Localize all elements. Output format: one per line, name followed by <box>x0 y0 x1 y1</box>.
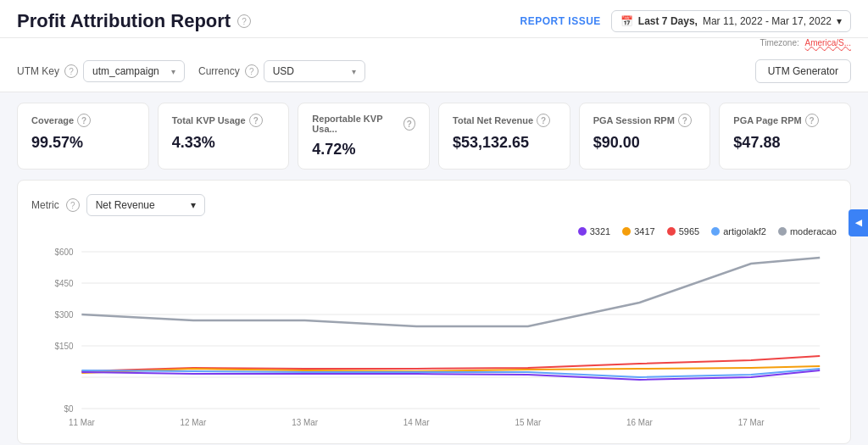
svg-text:$600: $600 <box>54 248 73 257</box>
metric-card: PGA Page RPM ? $47.88 <box>719 103 851 170</box>
legend-item: 5965 <box>667 226 699 236</box>
utm-key-select[interactable]: utm_campaign ▾ <box>83 60 185 82</box>
currency-label: Currency <box>198 65 240 77</box>
chart-section: Metric ? Net Revenue ▾ 3321 3417 5965 ar… <box>17 180 851 444</box>
svg-text:$150: $150 <box>54 342 73 351</box>
metric-card: PGA Session RPM ? $90.00 <box>579 103 711 170</box>
timezone-row: Timezone: America/S... <box>0 38 868 51</box>
svg-text:$300: $300 <box>54 310 73 320</box>
metric-label: Metric <box>31 199 59 211</box>
date-range-button[interactable]: 📅 Last 7 Days, Mar 11, 2022 - Mar 17, 20… <box>611 10 851 32</box>
metric-card-header: Total KVP Usage ? <box>172 114 275 127</box>
legend-item: artigolakf2 <box>711 226 766 236</box>
metric-value: Net Revenue <box>96 199 155 211</box>
right-tab-button[interactable]: ◀ <box>849 209 868 236</box>
calendar-icon: 📅 <box>620 15 633 27</box>
metric-card-value: $53,132.65 <box>453 134 556 152</box>
metric-help-icon[interactable]: ? <box>66 198 80 212</box>
metric-card-header: PGA Session RPM ? <box>593 114 697 127</box>
metric-card-help-icon[interactable]: ? <box>77 114 91 127</box>
metric-card: Total Net Revenue ? $53,132.65 <box>438 103 570 170</box>
metric-card: Coverage ? 99.57% <box>17 103 149 170</box>
metric-card-label: Coverage <box>31 115 74 125</box>
metric-card-value: 99.57% <box>31 134 135 152</box>
legend-label: 5965 <box>679 226 699 236</box>
metric-card-label: PGA Page RPM <box>733 115 801 125</box>
toolbar-left: UTM Key ? utm_campaign ▾ Currency ? USD … <box>17 60 365 82</box>
date-range-text: Mar 11, 2022 - Mar 17, 2022 <box>703 15 832 27</box>
chart-svg: $600 $450 $300 $150 $0 11 Mar 12 Mar 13 … <box>31 243 837 430</box>
utm-key-value: utm_campaign <box>92 65 159 77</box>
legend-item: 3417 <box>622 226 654 236</box>
svg-text:$0: $0 <box>64 404 73 414</box>
toolbar: UTM Key ? utm_campaign ▾ Currency ? USD … <box>0 51 868 92</box>
utm-key-group: UTM Key ? utm_campaign ▾ <box>17 60 185 82</box>
legend-dot <box>778 227 787 236</box>
svg-text:14 Mar: 14 Mar <box>403 418 430 427</box>
legend-item: 3321 <box>578 226 610 236</box>
legend-dot <box>578 227 587 236</box>
report-issue-button[interactable]: REPORT ISSUE <box>520 15 601 27</box>
metric-card-value: $90.00 <box>593 134 697 152</box>
svg-text:$450: $450 <box>54 279 73 288</box>
date-preset: Last 7 Days, <box>638 15 698 27</box>
legend-label: moderacao <box>790 226 837 236</box>
utm-key-help-icon[interactable]: ? <box>64 64 78 78</box>
metric-card: Total KVP Usage ? 4.33% <box>158 103 290 170</box>
metric-card-help-icon[interactable]: ? <box>249 114 263 127</box>
legend-label: 3321 <box>590 226 610 236</box>
metric-card-header: Coverage ? <box>31 114 135 127</box>
metric-card-header: Reportable KVP Usa... ? <box>312 114 415 134</box>
metric-card-help-icon[interactable]: ? <box>678 114 692 127</box>
currency-group: Currency ? USD ▾ <box>198 60 365 82</box>
metric-card-header: Total Net Revenue ? <box>453 114 556 127</box>
currency-select[interactable]: USD ▾ <box>264 60 365 82</box>
page-header: Profit Attribution Report ? REPORT ISSUE… <box>0 0 868 38</box>
metric-card: Reportable KVP Usa... ? 4.72% <box>298 103 430 170</box>
header-left: Profit Attribution Report ? <box>17 10 251 32</box>
metric-card-value: 4.72% <box>312 141 415 159</box>
metrics-row: Coverage ? 99.57% Total KVP Usage ? 4.33… <box>0 92 868 180</box>
metric-card-label: PGA Session RPM <box>593 115 675 125</box>
page-title: Profit Attribution Report <box>17 10 231 32</box>
header-right: REPORT ISSUE 📅 Last 7 Days, Mar 11, 2022… <box>520 10 852 32</box>
metric-card-value: 4.33% <box>172 134 275 152</box>
chart-header: Metric ? Net Revenue ▾ <box>31 194 837 216</box>
utm-generator-button[interactable]: UTM Generator <box>755 59 851 83</box>
currency-help-icon[interactable]: ? <box>245 64 259 78</box>
legend-dot <box>622 227 631 236</box>
legend-item: moderacao <box>778 226 837 236</box>
legend-label: 3417 <box>634 226 654 236</box>
svg-text:12 Mar: 12 Mar <box>181 418 207 427</box>
timezone-label: Timezone: <box>760 38 798 47</box>
svg-text:13 Mar: 13 Mar <box>292 418 318 427</box>
metric-card-help-icon[interactable]: ? <box>403 117 416 131</box>
chart-container: $600 $450 $300 $150 $0 11 Mar 12 Mar 13 … <box>31 243 837 430</box>
metric-card-help-icon[interactable]: ? <box>537 114 550 127</box>
timezone-value: America/S... <box>805 38 851 47</box>
metric-card-label: Total KVP Usage <box>172 115 246 125</box>
svg-text:16 Mar: 16 Mar <box>626 418 653 427</box>
metric-card-value: $47.88 <box>733 134 837 152</box>
utm-key-chevron-icon: ▾ <box>171 67 175 76</box>
svg-text:17 Mar: 17 Mar <box>738 418 765 427</box>
currency-chevron-icon: ▾ <box>352 67 356 76</box>
chevron-down-icon: ▾ <box>837 15 842 27</box>
metric-card-label: Total Net Revenue <box>453 115 533 125</box>
currency-value: USD <box>273 65 294 77</box>
metric-card-label: Reportable KVP Usa... <box>312 114 399 134</box>
legend-dot <box>667 227 676 236</box>
metric-card-help-icon[interactable]: ? <box>805 114 819 127</box>
title-help-icon[interactable]: ? <box>237 14 251 28</box>
legend-label: artigolakf2 <box>723 226 766 236</box>
metric-chevron-icon: ▾ <box>191 199 196 211</box>
svg-text:11 Mar: 11 Mar <box>69 418 95 427</box>
metric-select[interactable]: Net Revenue ▾ <box>86 194 205 216</box>
utm-key-label: UTM Key <box>17 65 59 77</box>
chart-legend: 3321 3417 5965 artigolakf2 moderacao <box>31 226 837 236</box>
legend-dot <box>711 227 720 236</box>
svg-text:15 Mar: 15 Mar <box>515 418 541 427</box>
metric-card-header: PGA Page RPM ? <box>733 114 837 127</box>
